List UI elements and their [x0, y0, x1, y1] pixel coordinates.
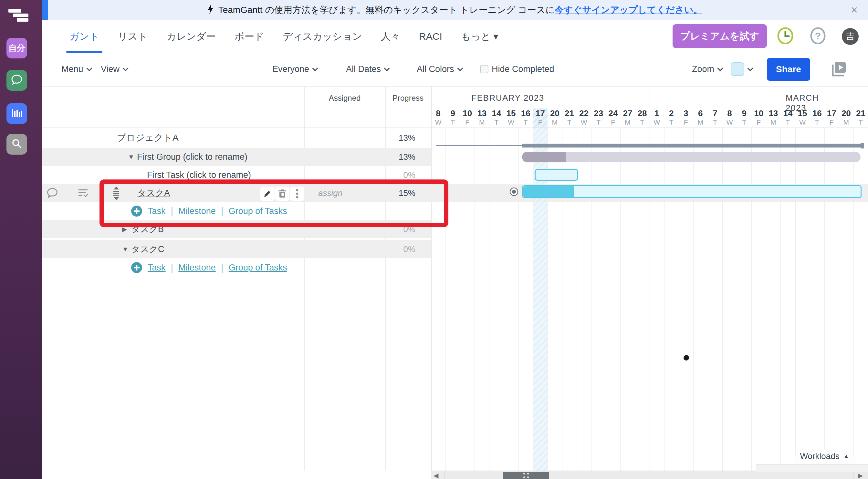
- day-header-cell: 21T: [562, 108, 577, 128]
- day-header-cell: 20M: [548, 108, 562, 128]
- progress-value: 13%: [370, 152, 415, 162]
- history-clock-button[interactable]: [777, 28, 794, 45]
- day-header-cell: 10F: [460, 108, 474, 128]
- day-grid-line: [591, 128, 591, 471]
- scroll-right-arrow[interactable]: ▶: [858, 471, 863, 479]
- teamgantt-app: 自分: [0, 0, 868, 479]
- tab-board[interactable]: ボード: [235, 20, 264, 53]
- gantt-task-bar[interactable]: [522, 152, 861, 162]
- day-grid-line: [664, 128, 664, 471]
- red-highlight-annotation: [99, 179, 448, 227]
- row-task-c[interactable]: ▼ タスクC 0%: [42, 240, 431, 258]
- day-header-cell: 14T: [780, 108, 795, 128]
- color-swatch-dropdown[interactable]: [731, 53, 753, 85]
- question-icon: ?: [809, 28, 826, 45]
- collapse-arrow[interactable]: ▼: [128, 153, 134, 161]
- nav-tabs: ガント リスト カレンダー ボード ディスカッション 人々 RACI もっと ▾: [69, 20, 498, 53]
- zoom-dropdown[interactable]: Zoom: [692, 53, 723, 85]
- gantt-task-bar[interactable]: [535, 169, 578, 181]
- add-milestone-link[interactable]: Milestone: [178, 263, 216, 273]
- add-task-link[interactable]: Task: [148, 263, 166, 273]
- gantt-task-bar[interactable]: [522, 185, 862, 198]
- scrollbar-thumb[interactable]: [503, 472, 549, 479]
- view-dropdown[interactable]: View: [101, 53, 129, 85]
- scroll-left-arrow[interactable]: ◀: [434, 471, 438, 479]
- dates-filter-dropdown[interactable]: All Dates: [346, 53, 390, 85]
- row-project[interactable]: プロジェクトA 13%: [42, 128, 431, 148]
- checklist-icon[interactable]: [78, 188, 90, 199]
- project-nav: ガント リスト カレンダー ボード ディスカッション 人々 RACI もっと ▾…: [42, 20, 868, 53]
- day-grid-line: [795, 128, 796, 471]
- teamgantt-logo[interactable]: [8, 9, 28, 22]
- progress-value: 0%: [370, 170, 415, 180]
- task-bar-progress-fill: [522, 152, 566, 162]
- video-tutorial-button[interactable]: [830, 61, 847, 79]
- tab-calendar[interactable]: カレンダー: [166, 20, 216, 53]
- hide-completed-toggle[interactable]: Hide Completed: [480, 53, 554, 85]
- day-header-cell: 23T: [591, 108, 606, 128]
- bolt-icon: [207, 4, 214, 16]
- sidebar-item-chat[interactable]: [6, 70, 27, 91]
- day-grid-line: [460, 128, 460, 471]
- dependency-radio-icon[interactable]: [509, 187, 519, 198]
- gantt-chart-area[interactable]: [431, 128, 868, 471]
- tab-people[interactable]: 人々: [381, 20, 400, 53]
- tab-more[interactable]: もっと ▾: [461, 20, 498, 53]
- day-grid-line: [679, 128, 679, 471]
- menu-dropdown[interactable]: Menu: [61, 53, 92, 85]
- group-name[interactable]: First Group (click to rename): [137, 152, 247, 162]
- group-name[interactable]: タスクC: [131, 243, 164, 255]
- help-button[interactable]: ?: [809, 28, 826, 45]
- day-header-cell: 15W: [795, 108, 810, 128]
- tab-gantt[interactable]: ガント: [69, 20, 99, 53]
- day-header-cell: 8W: [722, 108, 737, 128]
- chevron-down-icon: [717, 65, 723, 71]
- sidebar-item-myself[interactable]: 自分: [6, 38, 27, 59]
- row-first-group[interactable]: ▼ First Group (click to rename) 13%: [42, 148, 431, 166]
- people-filter-dropdown[interactable]: Everyone: [272, 53, 318, 85]
- chevron-down-icon: [747, 65, 753, 71]
- workloads-tab[interactable]: Workloads ▲: [793, 449, 856, 464]
- day-header-cell: 3F: [679, 108, 693, 128]
- day-header-cell: 9T: [445, 108, 460, 128]
- month-grid-line: [650, 128, 650, 471]
- color-swatch[interactable]: [731, 62, 744, 76]
- hide-completed-checkbox[interactable]: [480, 65, 489, 73]
- collapse-arrow[interactable]: ▼: [122, 246, 129, 253]
- video-play-icon: [830, 73, 847, 78]
- task-name[interactable]: First Task (click to rename): [147, 170, 251, 180]
- banner-signup-link[interactable]: 今すぐサインアップしてください。: [555, 4, 702, 16]
- day-header-cell: 28T: [635, 108, 649, 128]
- day-grid-line: [474, 128, 475, 471]
- comment-icon[interactable]: [47, 188, 58, 200]
- column-header-assigned: Assigned: [329, 94, 361, 103]
- day-grid-line: [445, 128, 446, 471]
- day-header-cell: 21T: [854, 108, 868, 128]
- tab-discussion[interactable]: ディスカッション: [283, 20, 362, 53]
- plus-circle-icon[interactable]: [131, 262, 143, 273]
- sidebar-item-charts[interactable]: [6, 103, 27, 124]
- share-button[interactable]: Share: [767, 58, 810, 81]
- day-grid-line: [766, 128, 766, 471]
- try-premium-button[interactable]: プレミアムを試す: [673, 24, 767, 48]
- scrollbar-divider: [853, 471, 854, 479]
- day-header-cell: 16T: [810, 108, 825, 128]
- project-name[interactable]: プロジェクトA: [117, 132, 179, 144]
- banner-text: TeamGantt の使用方法を学びます。無料のキックスタート トレーニング コ…: [218, 4, 555, 16]
- colors-filter-dropdown[interactable]: All Colors: [417, 53, 463, 85]
- add-group-link[interactable]: Group of Tasks: [229, 263, 287, 273]
- sidebar-item-search[interactable]: [6, 134, 27, 155]
- project-summary-bar[interactable]: [522, 144, 864, 147]
- close-icon[interactable]: ×: [851, 3, 858, 17]
- day-grid-line: [693, 128, 693, 471]
- tab-list[interactable]: リスト: [118, 20, 148, 53]
- day-header-cell: 13M: [474, 108, 489, 128]
- tab-raci[interactable]: RACI: [419, 20, 442, 53]
- day-header-cell: 24F: [606, 108, 620, 128]
- user-avatar[interactable]: 吉: [842, 28, 859, 45]
- day-grid-line: [780, 128, 781, 471]
- day-header-cell: 8W: [431, 108, 445, 128]
- search-icon: [11, 138, 22, 150]
- day-header-cell: 13M: [766, 108, 780, 128]
- day-header-cell: 14T: [489, 108, 504, 128]
